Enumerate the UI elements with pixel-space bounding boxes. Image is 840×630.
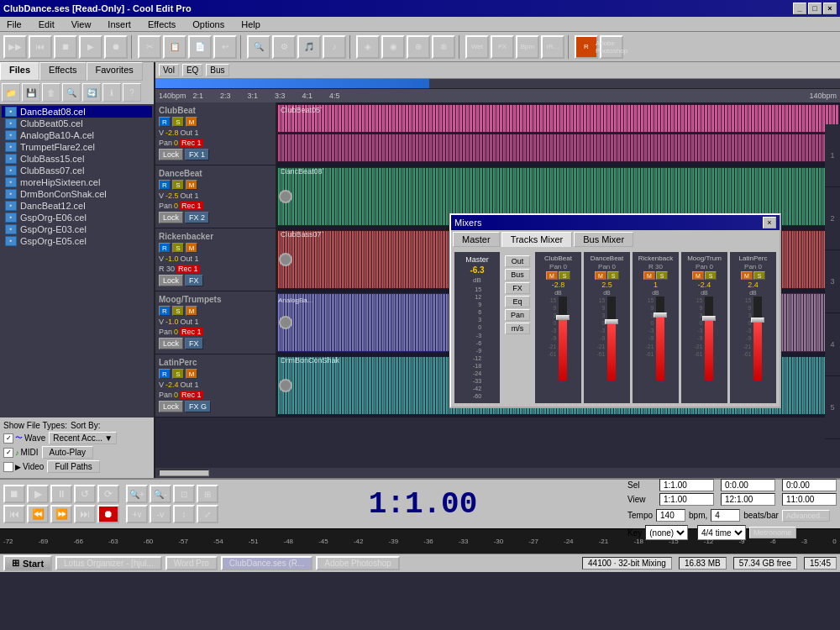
record-arm-button[interactable]: R — [159, 117, 171, 127]
panel-help-btn[interactable]: ? — [123, 83, 141, 102]
pause-button[interactable]: ⏸ — [50, 485, 72, 503]
mute-button[interactable]: M — [186, 243, 197, 253]
channel-fader[interactable]: 15 9 3 0 -3 -9 -21 -61 — [737, 297, 770, 381]
tab-favorites[interactable]: Favorites — [87, 62, 143, 81]
full-paths-button[interactable]: Full Paths — [47, 460, 99, 473]
window-controls[interactable]: _ □ × — [793, 3, 837, 14]
panel-info-btn[interactable]: ℹ — [102, 83, 121, 102]
mixer-fx-button[interactable]: FX — [505, 282, 530, 294]
mixer-ms-button[interactable]: m/s — [505, 323, 530, 334]
channel-solo-button[interactable]: S — [607, 271, 619, 280]
mute-button[interactable]: M — [186, 117, 197, 127]
toolbar-btn-5[interactable]: ⏺ — [104, 35, 128, 59]
zoom-out-v-button[interactable]: -v — [150, 505, 171, 523]
mute-button[interactable]: M — [186, 306, 197, 316]
toolbar-btn-12[interactable]: 🎵 — [297, 35, 321, 59]
tab-tracks-mixer[interactable]: Tracks Mixer — [501, 232, 573, 247]
eq-button[interactable]: EQ — [182, 64, 202, 76]
view-begin-field[interactable]: 1:1.00 — [659, 493, 714, 506]
solo-button[interactable]: S — [172, 243, 184, 253]
channel-solo-button[interactable]: S — [705, 271, 717, 280]
file-item[interactable]: ▪ DancBeat12.cel — [2, 200, 152, 212]
panel-save-btn[interactable]: 💾 — [22, 83, 40, 102]
view-end-field[interactable]: 12:1.00 — [721, 493, 775, 506]
channel-solo-button[interactable]: S — [753, 271, 765, 280]
channel-mute-button[interactable]: M — [741, 271, 753, 280]
midi-checkbox[interactable]: ✓ — [3, 448, 13, 458]
metronome-button[interactable]: Metronome — [749, 527, 796, 538]
record-arm-button[interactable]: R — [159, 369, 171, 379]
fx-button[interactable]: FX 1 — [185, 149, 209, 160]
solo-button[interactable]: S — [172, 369, 184, 379]
file-item[interactable]: ▪ TrumpetFlare2.cel — [2, 141, 152, 153]
file-item[interactable]: ▪ GspOrg-E05.cel — [2, 235, 152, 247]
loop2-button[interactable]: ⟳ — [97, 485, 119, 503]
mixer-bus-button[interactable]: Bus — [505, 269, 530, 281]
file-item[interactable]: ▪ moreHipSixteen.cel — [2, 176, 152, 188]
fast-forward-button[interactable]: ⏩ — [50, 505, 72, 523]
toolbar-btn-11[interactable]: ⚙ — [272, 35, 296, 59]
minimize-button[interactable]: _ — [793, 3, 806, 14]
lock-button[interactable]: Lock — [159, 401, 183, 412]
record-arm-button[interactable]: R — [159, 180, 171, 190]
zoom-fit-button[interactable]: ⊡ — [173, 485, 195, 503]
taskbar-clubdance[interactable]: ClubDance.ses (R... — [221, 556, 312, 570]
fx-button[interactable]: FX — [185, 338, 203, 349]
panel-delete-btn[interactable]: 🗑 — [42, 83, 60, 102]
menu-edit[interactable]: Edit — [35, 19, 58, 29]
fader-handle[interactable] — [702, 316, 716, 321]
solo-button[interactable]: S — [172, 306, 184, 316]
toolbar-btn-4[interactable]: ▶ — [79, 35, 102, 59]
zoom-in-v-button[interactable]: +v — [126, 505, 148, 523]
panel-open-btn[interactable]: 📁 — [2, 83, 20, 102]
play-button[interactable]: ▶ — [27, 485, 49, 503]
tab-master[interactable]: Master — [453, 232, 500, 247]
start-button[interactable]: ⊞ Start — [3, 555, 52, 571]
mixer-pan-button[interactable]: Pan — [505, 309, 530, 321]
toolbar-btn-19[interactable]: FX — [491, 35, 514, 59]
panel-search-btn[interactable]: 🔍 — [62, 83, 81, 102]
tab-bus-mixer[interactable]: Bus Mixer — [574, 232, 633, 247]
file-item[interactable]: ▪ ClubBass07.cel — [2, 165, 152, 176]
menu-view[interactable]: View — [68, 19, 95, 29]
tab-files[interactable]: Files — [0, 62, 39, 81]
sel-end-field[interactable]: 0:0.00 — [721, 479, 775, 491]
record-arm-button[interactable]: R — [159, 306, 171, 316]
fader-handle[interactable] — [751, 318, 764, 323]
tempo-field[interactable]: 140 — [656, 509, 685, 522]
lock-button[interactable]: Lock — [159, 149, 183, 160]
stop-button[interactable]: ⏹ — [3, 485, 25, 503]
record-button[interactable]: ⏺ — [97, 505, 119, 523]
record-arm-button[interactable]: R — [159, 243, 171, 253]
horizontal-scrollbar[interactable] — [159, 470, 209, 476]
menu-effects[interactable]: Effects — [144, 19, 179, 29]
zoom-out-button[interactable]: 🔍- — [150, 485, 171, 503]
toolbar-btn-9[interactable]: ↩ — [213, 35, 237, 59]
fader-handle[interactable] — [556, 315, 570, 320]
channel-mute-button[interactable]: M — [643, 271, 655, 280]
lock-button[interactable]: Lock — [159, 338, 183, 349]
sort-dropdown[interactable]: Recent Acc... ▼ — [49, 432, 117, 444]
toolbar-btn-10[interactable]: 🔍 — [247, 35, 270, 59]
mixer-eq-button[interactable]: Eq — [505, 296, 530, 307]
channel-mute-button[interactable]: M — [692, 271, 704, 280]
restore-button[interactable]: □ — [808, 3, 822, 14]
fx-button[interactable]: FX 2 — [185, 212, 209, 223]
toolbar-btn-18[interactable]: Wet — [465, 35, 489, 59]
forward-to-end-button[interactable]: ⏭ — [74, 505, 96, 523]
lock-button[interactable]: Lock — [159, 275, 183, 286]
toolbar-btn-21[interactable]: rR... — [541, 35, 564, 59]
toolbar-btn-2[interactable]: ⏮ — [29, 35, 52, 59]
mute-button[interactable]: M — [186, 180, 197, 190]
toolbar-btn-20[interactable]: Bpm — [516, 35, 539, 59]
sel-begin-field[interactable]: 1:1.00 — [659, 479, 714, 491]
mute-button[interactable]: M — [186, 369, 197, 379]
mixer-close-button[interactable]: × — [763, 217, 776, 228]
channel-fader[interactable]: 15 9 3 0 -3 -9 -21 -61 — [542, 297, 575, 381]
beats-field[interactable]: 4 — [711, 509, 740, 522]
toolbar-btn-8[interactable]: 📄 — [188, 35, 212, 59]
file-item[interactable]: ▪ DancBeat08.cel — [2, 106, 152, 118]
video-checkbox[interactable] — [3, 462, 13, 472]
wave-checkbox[interactable]: ✓ — [3, 433, 13, 444]
channel-fader[interactable]: 15 9 3 0 -3 -9 -21 -61 — [688, 297, 722, 381]
